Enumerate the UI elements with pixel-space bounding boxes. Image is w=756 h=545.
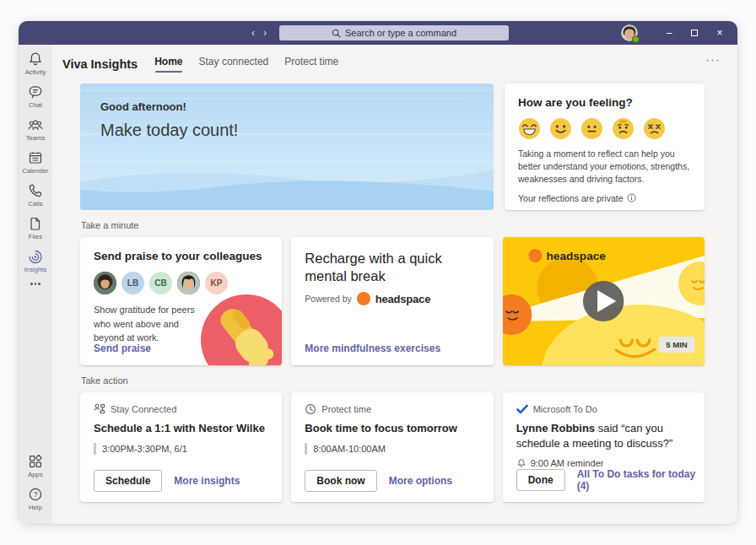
time-row: 8:00AM-10:00AM [305,443,479,455]
row-take-a-minute: Send praise to your colleagues LB CB [80,237,705,365]
person-name: Lynne Robbins [516,422,595,434]
praise-title: Send praise to your colleagues [94,250,268,262]
titlebar: ‹ › Search or type a command – [19,21,737,45]
help-circle-icon: ? [27,486,44,503]
insights-swirl-icon [27,248,44,265]
more-insights-link[interactable]: More insights [174,475,240,487]
headspace-wordmark: headspace [375,293,430,305]
colleague-avatars: LB CB KP [94,272,268,294]
org-chart-icon [94,403,105,415]
feeling-title: How are you feeling? [518,96,691,109]
sidebar-item-teams[interactable]: Teams [19,116,52,142]
sidebar-item-insights[interactable]: Insights [19,248,52,273]
svg-text:5 MIN: 5 MIN [666,340,688,349]
time-accent-bar [94,443,96,455]
privacy-note: Your reflections are private [518,193,691,203]
sidebar-item-help[interactable]: ? Help [19,486,52,511]
praise-body: Show gratitude for peers who went above … [94,303,202,345]
protect-time-card: Protect time Book time to focus tomorrow… [291,392,493,502]
app-header: Viva Insights Home Stay connected Protec… [52,45,737,77]
action-footer: Book now More options [305,470,452,492]
sidebar-item-label: Help [29,504,42,511]
emoji-neutral[interactable] [580,117,603,140]
reminder-row: 9:00 AM reminder [516,458,691,468]
emoji-frustrated[interactable] [643,117,666,140]
search-input[interactable]: Search or type a command [279,25,509,40]
action-title: Lynne Robbins said “can you schedule a m… [516,421,691,451]
time-row: 3:00PM-3:30PM, 6/1 [94,443,268,455]
headspace-video-card[interactable]: headspace 5 MIN [503,237,705,365]
feeling-card: How are you feeling? [505,84,705,210]
avatar-initials: KP [205,272,228,294]
privacy-text: Your reflections are private [518,193,624,203]
todo-checkmark-icon [516,403,528,415]
emoji-smiling[interactable] [549,117,572,140]
svg-text:?: ? [34,490,38,499]
sidebar-item-calendar[interactable]: Calender [19,149,52,175]
bell-icon [27,51,44,67]
category-row: Microsoft To Do [516,403,691,415]
tab-stay-connected[interactable]: Stay connected [199,56,269,72]
headspace-logo-icon [357,292,370,305]
done-button[interactable]: Done [516,469,565,491]
sidebar-item-label: Activity [25,68,46,76]
category-label: Stay Connected [111,404,176,414]
sidebar-item-files[interactable]: Files [19,215,52,240]
headspace-wordmark: headspace [546,250,606,262]
minimize-button[interactable]: – [656,21,682,45]
recharge-card: Recharge with a quick mental break Power… [291,237,493,365]
section-take-a-minute: Take a minute [81,220,705,230]
category-label: Microsoft To Do [533,404,597,414]
sidebar-item-activity[interactable]: Activity [19,51,52,76]
apps-grid-icon [27,453,44,470]
sidebar-item-label: Insights [24,266,47,273]
handshake-heart-illustration [199,293,282,365]
tab-protect-time[interactable]: Protect time [284,56,338,72]
header-more-button[interactable]: ··· [706,53,721,66]
emoji-laughing[interactable] [518,117,541,140]
action-title: Book time to focus tomorrow [305,421,479,436]
sidebar-more-button[interactable] [30,283,40,285]
action-footer: Schedule More insights [94,470,240,492]
row-take-action: Stay Connected Schedule a 1:1 with Nesto… [80,392,705,502]
duration-badge: 5 MIN [658,337,694,353]
banner-headline: Make today count! [100,121,238,140]
emoji-worried[interactable] [612,117,634,140]
more-mindfulness-link[interactable]: More mindfulness exercises [305,343,440,354]
maximize-button[interactable] [682,21,707,45]
tab-home[interactable]: Home [154,56,182,72]
presence-available-dot [632,35,640,43]
sidebar-item-calls[interactable]: Calls [19,182,52,208]
reminder-bell-icon [516,458,526,468]
sidebar-item-label: Apps [28,471,43,478]
book-now-button[interactable]: Book now [305,470,376,492]
send-praise-link[interactable]: Send praise [94,343,151,354]
category-row: Protect time [305,403,479,415]
avatar-photo [94,272,116,294]
phone-icon [27,182,44,199]
sidebar-item-apps[interactable]: Apps [19,453,52,478]
close-button[interactable]: × [707,21,732,45]
more-options-link[interactable]: More options [389,475,452,487]
all-todo-tasks-link[interactable]: All To Do tasks for today (4) [577,468,705,492]
forward-button[interactable]: › [259,21,271,45]
sidebar-item-label: Calender [22,167,48,175]
sidebar-item-chat[interactable]: Chat [19,84,52,109]
time-text: 8:00AM-10:00AM [313,444,386,454]
chat-icon [27,84,44,100]
schedule-button[interactable]: Schedule [94,470,162,492]
user-avatar[interactable] [621,24,638,41]
titlebar-center: ‹ › Search or type a command [247,21,509,45]
back-button[interactable]: ‹ [247,21,259,45]
time-accent-bar [305,443,307,455]
info-icon[interactable] [627,193,636,202]
stay-connected-card: Stay Connected Schedule a 1:1 with Nesto… [80,392,282,502]
praise-card: Send praise to your colleagues LB CB [80,237,282,365]
headspace-video-thumbnail: headspace 5 MIN [503,237,705,365]
category-label: Protect time [321,404,371,414]
play-button[interactable] [583,281,624,321]
sidebar-item-label: Files [29,233,42,240]
sidebar-item-label: Teams [26,134,46,142]
avatar-photo [177,272,200,294]
category-row: Stay Connected [94,403,268,415]
